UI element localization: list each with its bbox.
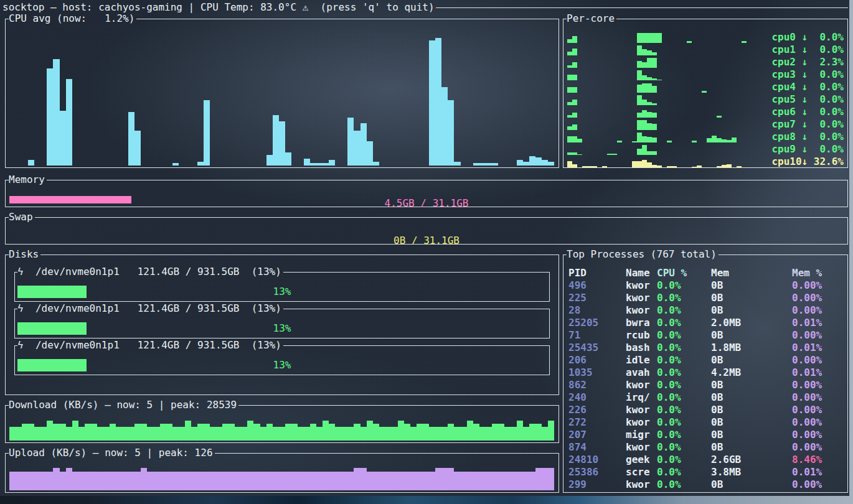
process-cell: scre	[626, 466, 657, 478]
spark-bar	[637, 113, 642, 118]
history-bar	[147, 472, 153, 490]
core-label: cpu6 ↓ 0.0%	[771, 106, 844, 118]
history-bar	[28, 424, 34, 441]
cpu-history-chart	[9, 32, 555, 166]
spark-bar	[637, 85, 642, 93]
spark-bar	[642, 110, 647, 118]
process-cell: bwra	[626, 317, 657, 329]
spark-bar	[642, 145, 647, 155]
history-bar	[134, 131, 141, 166]
process-cell: 0B	[711, 441, 792, 454]
process-cell: 0B	[711, 279, 792, 292]
history-bar	[78, 427, 85, 441]
process-cell: 0.0%	[657, 404, 711, 416]
disk-gauge-label: 13%	[17, 359, 547, 371]
process-cell: 207	[568, 429, 626, 441]
process-cell: kwor	[626, 304, 657, 317]
history-bar	[429, 427, 435, 441]
process-cell: 0.00%	[792, 416, 845, 429]
spark-bar	[637, 61, 642, 68]
core-row: cpu3 ↓ 0.0%	[566, 68, 845, 81]
disks-panel: Disks ϟ /dev/nvme0n1p1 121.4GB / 931.5GB…	[5, 250, 559, 395]
spark-bar	[572, 75, 577, 80]
history-bar	[511, 427, 517, 441]
per-core-title: Per-core	[567, 14, 616, 24]
history-bar	[373, 424, 379, 441]
spark-bar	[692, 141, 697, 142]
history-bar	[60, 472, 66, 490]
process-cell: 0.00%	[792, 292, 845, 304]
per-core-rows: cpu0 ↓ 0.0%cpu1 ↓ 0.0%cpu2 ↓ 2.3%cpu3 ↓ …	[566, 31, 845, 168]
spark-bar	[642, 75, 647, 80]
history-bar	[492, 472, 498, 490]
history-bar	[91, 472, 97, 490]
history-bar	[304, 159, 310, 166]
disk-entry: ϟ /dev/nvme0n1p1 121.4GB / 931.5GB (13%)…	[14, 340, 550, 375]
history-bar	[116, 427, 122, 441]
history-bar	[47, 421, 53, 441]
process-cell: 496	[568, 279, 626, 292]
process-cell: kwor	[626, 441, 657, 454]
history-bar	[373, 162, 379, 166]
history-bar	[47, 472, 53, 490]
spark-bar	[577, 154, 582, 155]
process-row: 862kwor0.0%0B0.00%	[568, 379, 845, 391]
spark-bar	[637, 133, 642, 142]
history-bar	[185, 472, 191, 490]
process-cell: 28	[568, 304, 626, 317]
history-bar	[22, 424, 28, 441]
history-bar	[454, 162, 460, 166]
process-cell: 2.0MB	[711, 317, 792, 329]
process-cell: 0.0%	[657, 416, 711, 429]
history-bar	[523, 162, 529, 166]
spark-bar	[652, 113, 657, 118]
terminal-window: socktop — host: cachyos-gaming | CPU Tem…	[0, 0, 849, 496]
disk-list: ϟ /dev/nvme0n1p1 121.4GB / 931.5GB (13%)…	[14, 267, 550, 375]
history-bar	[467, 421, 473, 441]
process-cell: kwor	[626, 279, 657, 292]
process-cell: 0.00%	[792, 329, 845, 342]
spark-bar	[632, 141, 637, 142]
history-bar	[97, 472, 103, 490]
history-bar	[316, 472, 323, 490]
history-bar	[467, 472, 473, 490]
spark-bar	[642, 33, 647, 43]
history-bar	[323, 472, 329, 490]
history-bar	[310, 472, 316, 490]
history-bar	[417, 424, 423, 441]
history-bar	[435, 38, 441, 166]
swap-panel: Swap 0B / 31.1GB	[5, 212, 848, 245]
swap-title: Swap	[9, 212, 35, 222]
history-bar	[504, 472, 511, 490]
history-bar	[548, 162, 554, 166]
process-cell: kwor	[626, 379, 657, 391]
process-cell: 299	[568, 478, 626, 491]
spark-bar	[637, 161, 642, 167]
history-bar	[9, 472, 16, 490]
process-cell: 240	[568, 391, 626, 404]
history-bar	[548, 421, 554, 441]
history-bar	[72, 472, 78, 490]
disk-gauge: 13%	[17, 359, 547, 371]
spark-bar	[642, 136, 647, 142]
history-bar	[316, 427, 323, 441]
memory-gauge: 4.5GB / 31.1GB	[9, 196, 844, 203]
process-cell: 0B	[711, 379, 792, 391]
spark-bar	[567, 52, 572, 55]
history-bar	[28, 160, 34, 166]
spark-bar	[567, 161, 572, 167]
history-bar	[185, 421, 191, 441]
desktop: { "title_bar": { "text": "socktop — host…	[0, 0, 853, 504]
core-row: cpu1 ↓ 0.0%	[566, 44, 845, 56]
history-bar	[191, 472, 197, 490]
history-bar	[529, 472, 535, 490]
history-bar	[392, 472, 398, 490]
history-bar	[542, 427, 548, 441]
spark-bar	[567, 65, 572, 68]
spark-bar	[727, 140, 732, 143]
history-bar	[291, 424, 298, 441]
spark-bar	[667, 141, 672, 142]
spark-bar	[667, 166, 672, 167]
history-bar	[492, 424, 498, 441]
spark-bar	[652, 86, 657, 93]
